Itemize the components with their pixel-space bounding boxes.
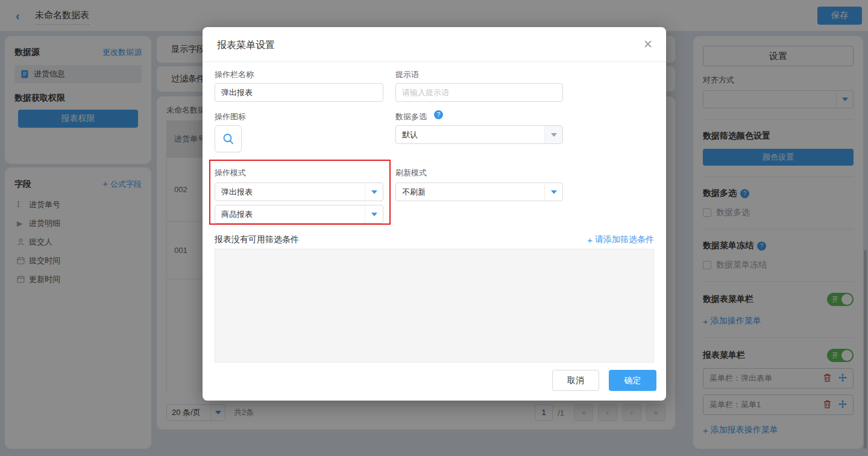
action-bar-name-input[interactable]: [215, 83, 383, 102]
action-mode-select[interactable]: 弹出报表: [215, 183, 383, 201]
dropdown-arrow-icon: [365, 205, 383, 223]
refresh-mode-select[interactable]: 不刷新: [395, 183, 563, 201]
close-icon[interactable]: ✕: [643, 37, 653, 51]
data-multiselect-select[interactable]: 默认: [395, 125, 563, 144]
plus-icon: +: [587, 235, 593, 245]
action-bar-name-label: 操作栏名称: [215, 69, 254, 80]
report-menu-settings-dialog: 报表菜单设置 ✕ 操作栏名称 提示语 操作图标 数据多选 ? 默认 操作模式 弹…: [203, 27, 666, 401]
hint-text-label: 提示语: [395, 69, 419, 80]
cancel-button[interactable]: 取消: [552, 370, 599, 391]
data-multiselect-value: 默认: [396, 126, 544, 143]
action-icon-label: 操作图标: [215, 111, 246, 122]
dialog-title: 报表菜单设置: [217, 39, 275, 52]
add-filter-link[interactable]: +请添加筛选条件: [587, 234, 654, 245]
dropdown-arrow-icon: [544, 183, 562, 201]
action-mode-value: 弹出报表: [215, 183, 365, 201]
hint-text-input[interactable]: [395, 83, 563, 102]
filter-conditions-area: [215, 249, 654, 363]
report-target-select[interactable]: 商品报表: [215, 205, 383, 223]
dropdown-arrow-icon: [544, 126, 562, 143]
question-icon[interactable]: ?: [434, 110, 443, 119]
search-icon: [222, 133, 235, 146]
data-multiselect-label: 数据多选: [395, 111, 427, 122]
report-target-value: 商品报表: [215, 205, 365, 223]
no-filter-hint: 报表没有可用筛选条件: [215, 234, 299, 245]
refresh-mode-value: 不刷新: [396, 183, 544, 201]
refresh-mode-label: 刷新模式: [395, 167, 427, 178]
action-mode-label: 操作模式: [215, 167, 246, 178]
dropdown-arrow-icon: [365, 183, 383, 201]
action-icon-button[interactable]: [215, 125, 242, 152]
confirm-button[interactable]: 确定: [609, 370, 656, 391]
